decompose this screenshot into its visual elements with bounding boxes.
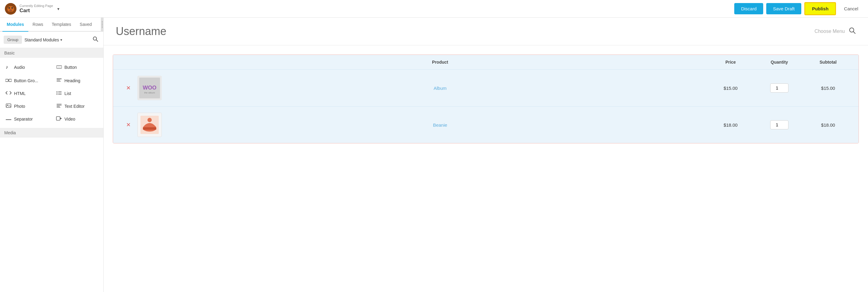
svg-rect-28 <box>56 117 60 120</box>
sidebar: Modules Rows Templates Saved Group Stand… <box>0 18 103 292</box>
beanie-quantity-input[interactable] <box>770 120 788 129</box>
svg-line-7 <box>96 40 98 41</box>
tab-templates[interactable]: Templates <box>48 18 75 32</box>
col-quantity: Quantity <box>755 60 804 65</box>
tab-rows[interactable]: Rows <box>28 18 48 32</box>
beanie-subtotal: $18.00 <box>804 122 852 128</box>
svg-rect-5 <box>7 11 14 14</box>
svg-line-31 <box>854 32 855 33</box>
cart-row-beanie: ✕ Beanie $18.0 <box>113 106 859 143</box>
cancel-button[interactable]: Cancel <box>839 3 863 14</box>
module-html-label: HTML <box>14 91 26 96</box>
svg-rect-9 <box>56 66 62 68</box>
photo-icon <box>5 103 11 109</box>
module-list-label: List <box>65 91 71 96</box>
choose-menu-text[interactable]: Choose Menu <box>814 29 845 34</box>
beanie-quantity-cell <box>755 120 804 129</box>
svg-text:WOO: WOO <box>143 85 157 91</box>
page-name: Cart <box>20 8 53 14</box>
svg-point-2 <box>8 7 10 8</box>
album-thumbnail: WOO the album <box>137 76 162 100</box>
cart-table: Product Price Quantity Subtotal ✕ WO <box>113 55 859 143</box>
page-dropdown-icon[interactable]: ▾ <box>56 5 61 12</box>
text-editor-icon <box>56 103 62 109</box>
col-subtotal: Subtotal <box>804 60 852 65</box>
svg-point-39 <box>148 118 152 122</box>
publish-button[interactable]: Publish <box>804 2 836 15</box>
beanie-product-name[interactable]: Beanie <box>174 122 706 128</box>
cart-row-album: ✕ WOO the album Album $15.00 <box>113 70 859 106</box>
remove-beanie-button[interactable]: ✕ <box>119 122 137 128</box>
separator-icon <box>5 116 11 122</box>
logo-icon <box>5 3 17 14</box>
save-draft-button[interactable]: Save Draft <box>766 3 801 14</box>
content-search-icon[interactable] <box>848 27 856 36</box>
cart-header-row: Product Price Quantity Subtotal <box>113 55 859 70</box>
album-product-name[interactable]: Album <box>174 86 706 91</box>
list-icon <box>56 91 62 96</box>
heading-icon <box>56 78 62 84</box>
content-area: Username Choose Menu Product <box>103 18 868 292</box>
beanie-price: $18.00 <box>706 122 755 128</box>
module-dropdown-icon[interactable]: ▾ <box>60 38 62 42</box>
top-bar-actions: Discard Save Draft Publish Cancel <box>734 2 863 15</box>
section-basic-label: Basic <box>0 48 103 58</box>
module-text-editor-label: Text Editor <box>65 104 85 109</box>
svg-point-15 <box>56 91 57 92</box>
module-photo[interactable]: Photo <box>1 100 52 113</box>
module-heading-label: Heading <box>65 78 81 83</box>
svg-point-19 <box>56 94 57 95</box>
svg-rect-21 <box>6 104 11 107</box>
sidebar-drag-handle[interactable] <box>101 18 103 31</box>
album-price: $15.00 <box>706 86 755 91</box>
search-icon <box>92 36 98 42</box>
cart-section: Product Price Quantity Subtotal ✕ WO <box>103 45 868 153</box>
page-header: Username Choose Menu <box>103 18 868 45</box>
svg-rect-38 <box>143 127 156 130</box>
tab-saved[interactable]: Saved <box>75 18 96 32</box>
group-button[interactable]: Group <box>4 36 22 44</box>
tab-modules[interactable]: Modules <box>2 18 28 32</box>
svg-marker-29 <box>60 118 62 119</box>
module-photo-label: Photo <box>14 104 25 109</box>
audio-icon: ♪ <box>5 64 11 71</box>
svg-point-17 <box>56 93 57 94</box>
module-select-wrapper: Standard Modules ▾ <box>24 37 89 42</box>
col-thumb <box>137 60 174 65</box>
col-price: Price <box>706 60 755 65</box>
module-separator-label: Separator <box>14 117 33 122</box>
module-html[interactable]: HTML <box>1 87 52 100</box>
button-group-icon <box>5 78 11 84</box>
module-group-label: Standard Modules <box>24 37 59 42</box>
svg-text:♪: ♪ <box>6 64 8 69</box>
module-list[interactable]: List <box>52 87 102 100</box>
module-audio[interactable]: ♪ Audio <box>1 60 52 74</box>
module-separator[interactable]: Separator <box>1 113 52 125</box>
col-remove <box>119 60 137 65</box>
module-button-group[interactable]: Button Gro... <box>1 74 52 87</box>
page-title: Username <box>116 25 166 38</box>
module-heading[interactable]: Heading <box>52 74 102 87</box>
sidebar-tabs: Modules Rows Templates Saved <box>0 18 103 32</box>
page-info: Currently Editing Page Cart <box>20 4 53 14</box>
module-button-label: Button <box>65 65 77 70</box>
discard-button[interactable]: Discard <box>734 3 763 14</box>
svg-rect-11 <box>9 79 11 82</box>
main-layout: Modules Rows Templates Saved Group Stand… <box>0 18 868 292</box>
currently-editing-label: Currently Editing Page <box>20 4 53 8</box>
album-subtotal: $15.00 <box>804 86 852 91</box>
top-bar: Currently Editing Page Cart ▾ Discard Sa… <box>0 0 868 18</box>
sidebar-toolbar: Group Standard Modules ▾ <box>0 32 103 48</box>
svg-point-3 <box>11 7 13 8</box>
col-product: Product <box>174 60 706 65</box>
module-video[interactable]: Video <box>52 113 102 125</box>
module-text-editor[interactable]: Text Editor <box>52 100 102 113</box>
album-quantity-input[interactable] <box>770 84 788 93</box>
page-header-right: Choose Menu <box>814 27 856 36</box>
svg-text:the album: the album <box>144 91 155 94</box>
remove-album-button[interactable]: ✕ <box>119 85 137 91</box>
sidebar-search-button[interactable] <box>91 35 100 45</box>
modules-grid: ♪ Audio Button Button Gro... <box>0 58 103 128</box>
svg-rect-10 <box>5 79 8 82</box>
module-button[interactable]: Button <box>52 60 102 74</box>
